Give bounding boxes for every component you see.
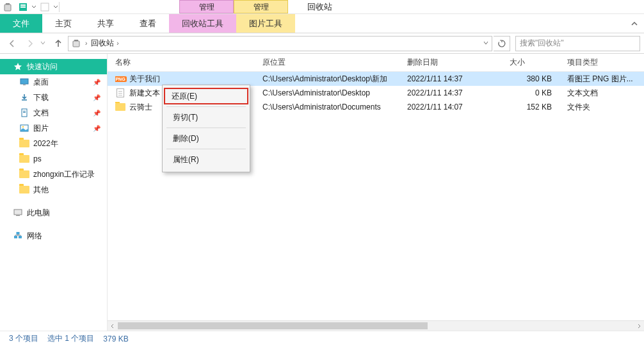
sidebar-item-network[interactable]: 网络 [0,228,107,243]
sidebar-item-desktop[interactable]: 桌面 📌 [0,74,107,90]
column-date-deleted[interactable]: 删除日期 [407,57,510,68]
file-size: 0 KB [510,88,561,97]
breadcrumb-chevron-icon[interactable]: › [117,40,118,47]
tab-view[interactable]: 查看 [127,14,169,33]
sidebar: 快速访问 桌面 📌 下载 📌 文档 📌 图片 [0,54,108,331]
qat-properties-icon[interactable] [15,0,31,14]
network-icon [13,231,23,241]
sidebar-item-label: 网络 [27,231,42,242]
address-dropdown-icon[interactable] [483,39,489,48]
download-icon [19,92,29,103]
sidebar-item-quick-access[interactable]: 快速访问 [0,59,107,74]
nav-history-dropdown[interactable] [40,39,49,48]
status-selected-count: 选中 1 个项目 [47,333,94,344]
nav-up-button[interactable] [50,35,67,52]
sidebar-item-label: 图片 [33,123,49,134]
svg-rect-3 [20,4,26,6]
tab-picture-tools[interactable]: 图片工具 [236,14,295,33]
pc-icon [13,208,23,218]
pin-icon: 📌 [93,110,101,117]
tab-file[interactable]: 文件 [0,14,42,33]
tab-home[interactable]: 主页 [42,14,85,33]
svg-rect-1 [6,3,10,4]
recycle-bin-icon[interactable] [0,0,15,14]
search-input[interactable]: 搜索"回收站" [515,36,640,51]
file-date-deleted: 2022/1/11 14:37 [407,88,510,97]
address-bar[interactable]: › 回收站 › [68,36,492,51]
file-type: 文本文档 [561,88,644,99]
contextual-tab-manage-1[interactable]: 管理 [179,0,234,13]
context-menu: 还原(E) 剪切(T) 删除(D) 属性(R) [162,85,250,172]
column-original-location[interactable]: 原位置 [262,57,407,68]
context-delete[interactable]: 删除(D) [165,130,247,147]
file-size: 152 KB [510,103,561,111]
context-separator [166,128,246,128]
scroll-track[interactable] [118,321,634,331]
sidebar-item-downloads[interactable]: 下载 📌 [0,90,107,105]
svg-rect-18 [19,236,22,238]
ribbon-collapse-icon[interactable] [625,14,644,33]
sidebar-item-pictures[interactable]: 图片 📌 [0,120,107,136]
context-cut[interactable]: 剪切(T) [165,109,247,126]
sidebar-item-folder-other[interactable]: 其他 [0,182,107,197]
file-date-deleted: 2022/1/11 14:37 [407,74,510,83]
qat-separator [59,2,64,12]
file-name: 新建文本 [129,88,160,99]
file-original-location: C:\Users\Administrator\Desktop\新加 [262,74,407,85]
breadcrumb-chevron-icon[interactable]: › [85,40,87,47]
file-row[interactable]: PNG 关于我们 C:\Users\Administrator\Desktop\… [108,72,644,86]
tab-share[interactable]: 共享 [85,14,127,33]
scroll-right-icon[interactable] [634,321,644,331]
tab-recycle-tools[interactable]: 回收站工具 [169,14,236,33]
horizontal-scrollbar[interactable] [108,320,644,331]
sidebar-item-folder-2022[interactable]: 2022年 [0,136,107,151]
picture-icon [19,123,29,133]
folder-icon [19,169,29,179]
svg-rect-15 [14,210,22,215]
column-size[interactable]: 大小 [510,57,561,68]
context-restore[interactable]: 还原(E) [164,88,248,104]
context-properties[interactable]: 属性(R) [165,151,247,168]
qat-blank-icon[interactable] [37,0,52,14]
sidebar-item-this-pc[interactable]: 此电脑 [0,205,107,220]
status-item-count: 3 个项目 [9,333,38,344]
qat-dropdown-icon[interactable] [31,0,37,14]
text-file-icon [115,88,125,98]
context-separator [166,106,246,107]
file-original-location: C:\Users\Administrator\Documents [262,103,407,111]
svg-rect-8 [20,79,28,84]
desktop-icon [19,77,29,87]
nav-forward-button[interactable] [22,35,38,52]
nav-back-button[interactable] [4,35,20,52]
recycle-bin-small-icon [71,38,81,49]
pin-icon: 📌 [93,125,101,132]
column-type[interactable]: 项目类型 [561,57,644,68]
sidebar-item-documents[interactable]: 文档 📌 [0,105,107,120]
svg-rect-17 [14,236,17,238]
sidebar-item-label: zhongxin工作记录 [33,169,95,180]
svg-rect-16 [16,215,20,216]
sidebar-item-folder-ps[interactable]: ps [0,151,107,167]
window-title: 回收站 [307,1,332,13]
qat-dropdown-2-icon[interactable] [52,0,59,14]
column-name[interactable]: 名称 [115,57,262,68]
refresh-button[interactable] [494,36,510,51]
folder-icon [115,102,125,112]
breadcrumb-location[interactable]: 回收站 [91,38,114,49]
sidebar-item-folder-zhongxin[interactable]: zhongxin工作记录 [0,167,107,182]
svg-rect-7 [74,40,78,41]
svg-rect-19 [17,232,20,235]
folder-icon [19,154,29,164]
scroll-left-icon[interactable] [108,321,118,331]
status-bar: 3 个项目 选中 1 个项目 379 KB [0,331,644,346]
scroll-thumb[interactable] [118,322,428,329]
star-icon [13,62,23,72]
sidebar-item-label: 桌面 [33,77,49,88]
title-bar: 管理 管理 回收站 [0,0,644,14]
svg-rect-9 [23,85,26,85]
contextual-tab-manage-2[interactable]: 管理 [234,0,288,13]
sidebar-item-label: 其他 [33,185,49,195]
file-type: 文件夹 [561,102,644,113]
pin-icon: 📌 [93,79,101,86]
svg-rect-0 [4,4,11,11]
